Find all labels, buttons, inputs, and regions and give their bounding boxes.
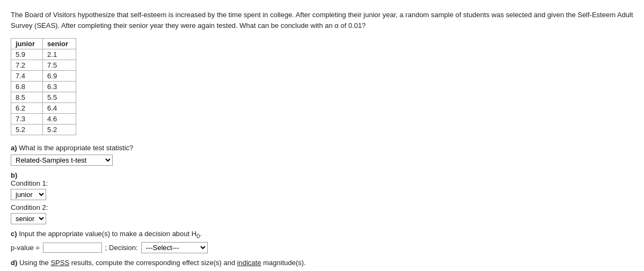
table-row: 6.26.4 [11,103,76,114]
decision-select[interactable]: ---Select---Reject H₀Fail to Reject H₀ [141,242,208,253]
data-table: junior senior 5.92.17.27.57.46.96.86.38.… [11,38,76,135]
table-row: 5.92.1 [11,49,76,60]
table-cell: 6.2 [11,103,43,114]
col-senior: senior [43,39,76,49]
intro-text: The Board of Visitors hypothesize that s… [11,10,633,31]
part-c-section: c) Input the appropriate value(s) to mak… [11,230,633,253]
table-cell: 7.3 [11,114,43,124]
part-d-question: d) Using the SPSS results, compute the c… [11,259,633,267]
table-cell: 2.1 [43,49,76,60]
condition2-title: Condition 2: [11,203,633,211]
table-row: 5.25.2 [11,124,76,135]
part-a-section: a) What is the appropriate test statisti… [11,144,633,166]
table-cell: 5.9 [11,49,43,60]
condition1-title: Condition 1: [11,179,633,187]
table-cell: 8.5 [11,92,43,103]
part-c-question-text: Input the appropriate value(s) to make a… [19,230,202,238]
condition2-select[interactable]: juniorsenior [11,213,46,224]
part-c-question: c) Input the appropriate value(s) to mak… [11,230,633,239]
table-row: 7.34.6 [11,114,76,124]
table-cell: 6.8 [11,82,43,92]
table-cell: 4.6 [43,114,76,124]
table-cell: 5.2 [43,124,76,135]
table-cell: 6.4 [43,103,76,114]
condition1-select[interactable]: juniorsenior [11,189,46,200]
table-cell: 6.3 [43,82,76,92]
part-d-section: d) Using the SPSS results, compute the c… [11,259,633,271]
table-row: 8.55.5 [11,92,76,103]
pvalue-input[interactable] [43,243,102,253]
col-junior: junior [11,39,43,49]
part-b-label: b) [11,171,633,179]
table-cell: 5.2 [11,124,43,135]
table-cell: 7.5 [43,60,76,71]
part-b-section: b) Condition 1: juniorsenior Condition 2… [11,171,633,224]
part-a-question-text: What is the appropriate test statistic? [19,144,133,152]
table-cell: 6.9 [43,71,76,82]
table-cell: 7.4 [11,71,43,82]
test-statistic-select[interactable]: Related-Samples t-testIndependent-Sample… [11,155,113,166]
part-a-question: a) What is the appropriate test statisti… [11,144,633,152]
table-row: 7.27.5 [11,60,76,71]
part-d-question-text: Using the SPSS results, compute the corr… [19,259,306,267]
table-row: 7.46.9 [11,71,76,82]
table-cell: 7.2 [11,60,43,71]
table-cell: 5.5 [43,92,76,103]
decision-label: ; Decision: [105,244,138,252]
table-row: 6.86.3 [11,82,76,92]
part-d-subtext: If not appropriate, input and/or select … [11,269,633,271]
pvalue-label: p-value = [11,244,40,252]
